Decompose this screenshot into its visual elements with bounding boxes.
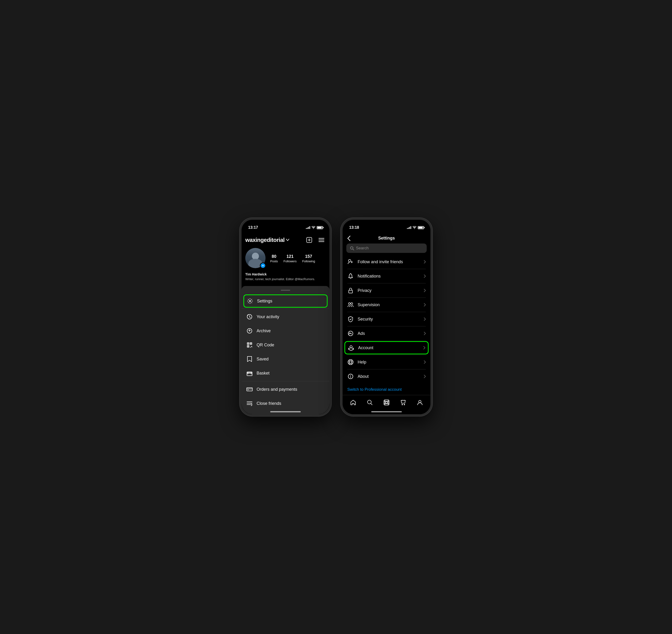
settings-item-security[interactable]: Security (343, 312, 431, 326)
drawer-handle[interactable] (281, 290, 290, 291)
followers-stat[interactable]: 121 Followers (284, 254, 297, 263)
svg-line-39 (353, 249, 354, 250)
signal-bars-2 (407, 226, 411, 229)
menu-item-saved[interactable]: Saved (241, 352, 329, 366)
hamburger-menu-button[interactable] (317, 236, 326, 244)
settings-item-supervision[interactable]: Supervision (343, 298, 431, 312)
svg-point-49 (348, 360, 353, 365)
chevron-right-about (424, 375, 426, 378)
basket-label: Basket (257, 371, 270, 376)
chevron-right-security (424, 317, 426, 321)
menu-item-close-friends[interactable]: Close friends (241, 396, 329, 411)
chevron-right-supervision (424, 303, 426, 307)
posts-label: Posts (270, 260, 278, 263)
supervision-label: Supervision (357, 302, 420, 308)
chevron-right-privacy (424, 289, 426, 292)
back-button[interactable] (347, 236, 351, 241)
search-bar[interactable]: Search (346, 244, 427, 253)
help-icon (347, 359, 354, 365)
chevron-right-ads (424, 332, 426, 335)
settings-label: Settings (257, 299, 272, 303)
followers-label: Followers (284, 260, 297, 263)
menu-item-your-activity[interactable]: Your activity (241, 310, 329, 324)
svg-point-65 (386, 401, 388, 404)
chevron-right-notifications (424, 274, 426, 278)
menu-item-qr-code[interactable]: QR Code (241, 338, 329, 352)
battery-icon-2 (418, 226, 424, 229)
followers-count: 121 (286, 254, 294, 259)
follow-friends-label: Follow and invite friends (357, 260, 420, 264)
menu-item-archive[interactable]: Archive (241, 324, 329, 338)
saved-label: Saved (257, 357, 269, 362)
nav-shop[interactable] (398, 397, 408, 408)
basket-icon (246, 370, 253, 376)
saved-icon (246, 356, 253, 362)
battery-icon-1 (317, 226, 323, 229)
svg-point-40 (348, 260, 351, 262)
nav-reels[interactable] (381, 397, 392, 408)
posts-count: 80 (272, 254, 276, 259)
svg-rect-26 (247, 388, 252, 391)
settings-item-ads[interactable]: Ads (343, 326, 431, 340)
settings-item-account[interactable]: Account (345, 341, 428, 354)
menu-divider-1 (241, 309, 329, 309)
posts-stat[interactable]: 80 Posts (270, 254, 278, 263)
settings-item-about[interactable]: About (343, 369, 431, 384)
svg-rect-43 (349, 290, 352, 293)
settings-item-notifications[interactable]: Notifications (343, 269, 431, 283)
following-label: Following (302, 260, 315, 263)
menu-item-settings[interactable]: Settings (244, 294, 327, 308)
follow-friends-icon (347, 259, 354, 265)
username-row[interactable]: waxingeditorial (245, 237, 289, 243)
status-time-1: 13:17 (248, 225, 258, 230)
following-count: 157 (305, 254, 312, 259)
qr-code-label: QR Code (257, 343, 274, 347)
svg-line-53 (349, 363, 350, 363)
nav-profile[interactable] (415, 397, 425, 408)
top-bar-icons (305, 236, 326, 244)
home-indicator-2 (371, 411, 402, 412)
chevron-right-help (424, 361, 426, 364)
svg-line-51 (350, 360, 350, 361)
nav-search[interactable] (365, 397, 375, 408)
chevron-right-follow (424, 260, 426, 264)
phone-2: 13:18 (341, 218, 432, 416)
svg-rect-14 (248, 346, 249, 347)
wifi-icon-2 (413, 226, 416, 229)
svg-line-54 (350, 363, 350, 364)
archive-label: Archive (257, 328, 271, 334)
dynamic-island-1 (271, 223, 300, 231)
settings-item-follow-friends[interactable]: Follow and invite friends (343, 255, 431, 269)
settings-page-header: Settings (343, 234, 431, 241)
nav-home[interactable] (348, 397, 358, 408)
avatar-container[interactable]: + (245, 248, 267, 269)
close-friends-icon (246, 400, 253, 407)
menu-item-basket[interactable]: Basket (241, 366, 329, 380)
switch-professional-link[interactable]: Switch to Professional account (347, 387, 402, 392)
svg-line-58 (351, 360, 352, 361)
archive-icon (246, 327, 253, 334)
settings-item-privacy[interactable]: Privacy (343, 284, 431, 297)
profile-stats-row: + 80 Posts 121 Followers 157 (245, 248, 326, 269)
menu-item-orders[interactable]: Orders and payments (241, 382, 329, 396)
new-post-button[interactable] (305, 236, 314, 244)
svg-rect-12 (248, 343, 249, 344)
add-story-button[interactable]: + (260, 263, 266, 269)
svg-point-50 (349, 361, 352, 363)
privacy-label: Privacy (357, 288, 420, 293)
svg-line-55 (351, 363, 352, 364)
supervision-icon (347, 301, 354, 308)
settings-item-help[interactable]: Help (343, 355, 431, 369)
following-stat[interactable]: 157 Following (302, 254, 315, 263)
username-text: waxingeditorial (245, 237, 284, 243)
phone-1-screen: 13:17 (241, 220, 329, 414)
about-icon (347, 373, 354, 380)
security-icon (347, 316, 354, 322)
svg-rect-13 (251, 343, 251, 344)
account-icon (348, 344, 354, 351)
svg-point-72 (419, 400, 421, 403)
ads-label: Ads (357, 331, 420, 336)
svg-line-63 (371, 404, 372, 405)
svg-line-57 (352, 361, 353, 362)
about-label: About (357, 374, 420, 379)
